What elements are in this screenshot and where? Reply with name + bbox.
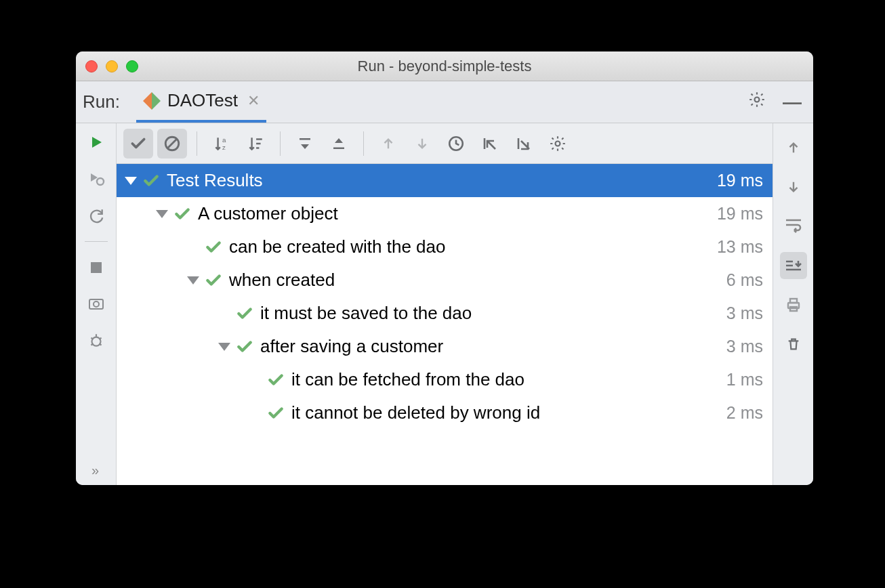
expand-arrow-icon[interactable] [156, 210, 168, 218]
row-time: 3 ms [726, 303, 763, 323]
row-time: 19 ms [717, 204, 763, 224]
test-history-icon[interactable] [441, 129, 471, 159]
pass-icon [142, 172, 160, 190]
test-toolbar: az [117, 123, 773, 164]
pass-icon [267, 404, 285, 422]
pass-icon [236, 305, 253, 322]
svg-rect-2 [91, 262, 102, 273]
print-icon[interactable] [780, 291, 807, 318]
tab-strip: Run: DAOTest ✕ — [76, 81, 813, 123]
row-label: can be created with the dao [229, 236, 717, 257]
tree-row[interactable]: after saving a customer3 ms [117, 330, 773, 363]
expand-arrow-icon[interactable] [218, 343, 230, 351]
expand-all-icon[interactable] [290, 129, 320, 159]
row-time: 6 ms [726, 270, 763, 290]
more-actions-icon[interactable]: » [91, 463, 100, 478]
row-label: when created [229, 270, 726, 291]
scroll-up-icon[interactable] [780, 134, 807, 161]
row-label: after saving a customer [260, 336, 726, 357]
row-time: 2 ms [726, 403, 763, 423]
titlebar: Run - beyond-simple-tests [76, 51, 813, 81]
row-time: 19 ms [717, 171, 763, 190]
test-tree[interactable]: Test Results 19 ms A customer object19 m… [117, 164, 773, 485]
soft-wrap-icon[interactable] [780, 213, 807, 240]
show-passed-icon[interactable] [123, 129, 153, 159]
tab-label: DAOTest [167, 90, 238, 111]
tree-row[interactable]: A customer object19 ms [117, 197, 773, 230]
tree-row[interactable]: can be created with the dao13 ms [117, 230, 773, 264]
pass-icon [236, 338, 253, 356]
prev-failed-icon[interactable] [373, 129, 403, 159]
sort-duration-icon[interactable] [241, 129, 270, 159]
pass-icon [205, 272, 222, 289]
svg-point-0 [755, 98, 760, 102]
tree-root-row[interactable]: Test Results 19 ms [117, 164, 773, 197]
run-icon[interactable] [84, 130, 108, 154]
rerun-failed-icon[interactable] [84, 167, 108, 191]
row-time: 3 ms [726, 337, 763, 356]
right-action-rail [773, 123, 813, 485]
export-results-icon[interactable] [509, 129, 539, 159]
clear-all-icon[interactable] [780, 331, 807, 358]
row-label: it must be saved to the dao [260, 303, 726, 324]
collapse-all-icon[interactable] [324, 129, 354, 159]
row-time: 13 ms [717, 237, 763, 257]
tree-row[interactable]: when created6 ms [117, 264, 773, 297]
left-action-rail: » [76, 123, 117, 485]
dump-threads-icon[interactable] [84, 292, 108, 316]
stop-icon[interactable] [84, 255, 108, 280]
run-label: Run: [83, 91, 120, 112]
row-time: 1 ms [726, 370, 763, 390]
svg-text:a: a [222, 135, 226, 143]
next-failed-icon[interactable] [407, 129, 437, 159]
test-config-icon [143, 92, 161, 110]
run-tool-window: Run - beyond-simple-tests Run: DAOTest ✕… [76, 51, 813, 485]
svg-rect-12 [790, 299, 797, 303]
pass-icon [173, 205, 191, 223]
svg-point-1 [97, 178, 104, 185]
pass-icon [205, 238, 222, 256]
svg-point-10 [556, 141, 560, 146]
expand-arrow-icon[interactable] [187, 276, 199, 285]
row-label: A customer object [198, 203, 717, 224]
close-tab-icon[interactable]: ✕ [247, 92, 260, 110]
toggle-autotest-icon[interactable] [84, 203, 108, 228]
row-label: Test Results [167, 170, 717, 191]
tree-row[interactable]: it must be saved to the dao3 ms [117, 297, 773, 330]
hide-panel-icon[interactable]: — [779, 91, 805, 113]
test-settings-icon[interactable] [543, 129, 573, 159]
debug-icon[interactable] [84, 329, 108, 353]
scroll-to-end-icon[interactable] [780, 252, 807, 279]
expand-arrow-icon[interactable] [125, 177, 137, 185]
import-results-icon[interactable] [475, 129, 505, 159]
tree-row[interactable]: it can be fetched from the dao1 ms [117, 363, 773, 396]
svg-text:z: z [222, 143, 226, 150]
show-ignored-icon[interactable] [157, 129, 187, 159]
window-title: Run - beyond-simple-tests [76, 58, 813, 75]
row-label: it cannot be deleted by wrong id [291, 402, 726, 423]
settings-icon[interactable] [744, 91, 770, 113]
row-label: it can be fetched from the dao [291, 369, 726, 390]
svg-point-4 [94, 301, 99, 307]
sort-alpha-icon[interactable]: az [207, 129, 236, 159]
scroll-down-icon[interactable] [780, 173, 807, 201]
tree-row[interactable]: it cannot be deleted by wrong id2 ms [117, 396, 773, 429]
run-tab-daotest[interactable]: DAOTest ✕ [136, 81, 266, 123]
pass-icon [267, 371, 285, 389]
